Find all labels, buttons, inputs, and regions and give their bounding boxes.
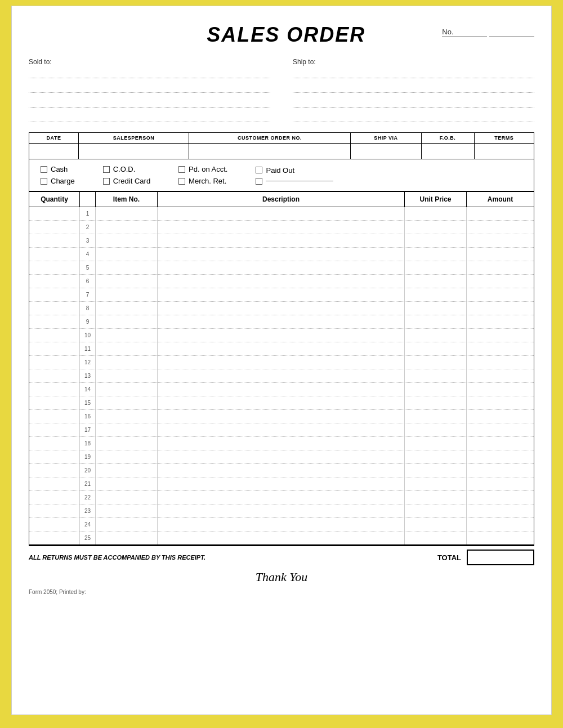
qty-cell-15[interactable] [29, 396, 80, 410]
qty-cell-5[interactable] [29, 261, 80, 275]
unit-price-cell-9[interactable] [405, 315, 467, 329]
amount-cell-8[interactable] [467, 302, 534, 315]
ship-to-line-3[interactable] [293, 97, 534, 108]
qty-cell-20[interactable] [29, 464, 80, 477]
item-no-cell-20[interactable] [96, 464, 158, 477]
item-no-cell-12[interactable] [96, 356, 158, 369]
total-box[interactable] [467, 550, 534, 565]
qty-cell-11[interactable] [29, 342, 80, 356]
unit-price-cell-20[interactable] [405, 464, 467, 477]
amount-cell-25[interactable] [467, 532, 534, 545]
desc-cell-5[interactable] [158, 261, 405, 275]
desc-cell-21[interactable] [158, 477, 405, 491]
qty-cell-7[interactable] [29, 288, 80, 302]
desc-cell-1[interactable] [158, 207, 405, 221]
item-no-cell-9[interactable] [96, 315, 158, 329]
desc-cell-23[interactable] [158, 504, 405, 518]
qty-cell-22[interactable] [29, 491, 80, 504]
item-no-cell-24[interactable] [96, 518, 158, 532]
desc-cell-17[interactable] [158, 423, 405, 437]
desc-cell-25[interactable] [158, 532, 405, 545]
item-no-cell-15[interactable] [96, 396, 158, 410]
qty-cell-10[interactable] [29, 329, 80, 342]
amount-cell-13[interactable] [467, 369, 534, 383]
qty-cell-2[interactable] [29, 221, 80, 234]
unit-price-cell-8[interactable] [405, 302, 467, 315]
item-no-cell-5[interactable] [96, 261, 158, 275]
amount-cell-1[interactable] [467, 207, 534, 221]
qty-cell-6[interactable] [29, 275, 80, 288]
unit-price-cell-24[interactable] [405, 518, 467, 532]
customer-order-value[interactable] [189, 144, 350, 159]
desc-cell-10[interactable] [158, 329, 405, 342]
amount-cell-7[interactable] [467, 288, 534, 302]
item-no-cell-17[interactable] [96, 423, 158, 437]
terms-value[interactable] [474, 144, 534, 159]
qty-cell-24[interactable] [29, 518, 80, 532]
ship-to-line-4[interactable] [293, 112, 534, 122]
qty-cell-9[interactable] [29, 315, 80, 329]
unit-price-cell-18[interactable] [405, 437, 467, 450]
qty-cell-25[interactable] [29, 532, 80, 545]
unit-price-cell-10[interactable] [405, 329, 467, 342]
extra-checkbox[interactable] [256, 178, 262, 185]
desc-cell-12[interactable] [158, 356, 405, 369]
fob-value[interactable] [421, 144, 474, 159]
amount-cell-6[interactable] [467, 275, 534, 288]
amount-cell-14[interactable] [467, 383, 534, 396]
desc-cell-19[interactable] [158, 450, 405, 464]
unit-price-cell-6[interactable] [405, 275, 467, 288]
amount-cell-22[interactable] [467, 491, 534, 504]
unit-price-cell-17[interactable] [405, 423, 467, 437]
item-no-cell-21[interactable] [96, 477, 158, 491]
merch-ret-checkbox[interactable] [178, 178, 185, 185]
item-no-cell-19[interactable] [96, 450, 158, 464]
cash-option[interactable]: Cash [41, 165, 75, 173]
desc-cell-20[interactable] [158, 464, 405, 477]
unit-price-cell-5[interactable] [405, 261, 467, 275]
unit-price-cell-7[interactable] [405, 288, 467, 302]
item-no-cell-14[interactable] [96, 383, 158, 396]
qty-cell-16[interactable] [29, 410, 80, 423]
unit-price-cell-2[interactable] [405, 221, 467, 234]
qty-cell-21[interactable] [29, 477, 80, 491]
qty-cell-8[interactable] [29, 302, 80, 315]
item-no-cell-22[interactable] [96, 491, 158, 504]
desc-cell-11[interactable] [158, 342, 405, 356]
item-no-cell-10[interactable] [96, 329, 158, 342]
desc-cell-9[interactable] [158, 315, 405, 329]
qty-cell-17[interactable] [29, 423, 80, 437]
desc-cell-7[interactable] [158, 288, 405, 302]
amount-cell-4[interactable] [467, 248, 534, 261]
desc-cell-22[interactable] [158, 491, 405, 504]
unit-price-cell-3[interactable] [405, 234, 467, 248]
credit-card-checkbox[interactable] [103, 178, 110, 185]
amount-cell-2[interactable] [467, 221, 534, 234]
amount-cell-23[interactable] [467, 504, 534, 518]
pd-on-acct-checkbox[interactable] [178, 166, 185, 173]
desc-cell-18[interactable] [158, 437, 405, 450]
desc-cell-2[interactable] [158, 221, 405, 234]
salesperson-value[interactable] [78, 144, 189, 159]
desc-cell-8[interactable] [158, 302, 405, 315]
item-no-cell-11[interactable] [96, 342, 158, 356]
item-no-cell-7[interactable] [96, 288, 158, 302]
item-no-cell-4[interactable] [96, 248, 158, 261]
item-no-cell-1[interactable] [96, 207, 158, 221]
ship-to-line-1[interactable] [293, 68, 534, 78]
ship-to-line-2[interactable] [293, 83, 534, 93]
unit-price-cell-11[interactable] [405, 342, 467, 356]
paid-out-option[interactable]: Paid Out [256, 166, 333, 175]
amount-cell-20[interactable] [467, 464, 534, 477]
desc-cell-15[interactable] [158, 396, 405, 410]
qty-cell-23[interactable] [29, 504, 80, 518]
unit-price-cell-16[interactable] [405, 410, 467, 423]
unit-price-cell-15[interactable] [405, 396, 467, 410]
amount-cell-10[interactable] [467, 329, 534, 342]
desc-cell-6[interactable] [158, 275, 405, 288]
amount-cell-12[interactable] [467, 356, 534, 369]
desc-cell-4[interactable] [158, 248, 405, 261]
unit-price-cell-4[interactable] [405, 248, 467, 261]
unit-price-cell-21[interactable] [405, 477, 467, 491]
sold-to-line-2[interactable] [29, 83, 270, 93]
